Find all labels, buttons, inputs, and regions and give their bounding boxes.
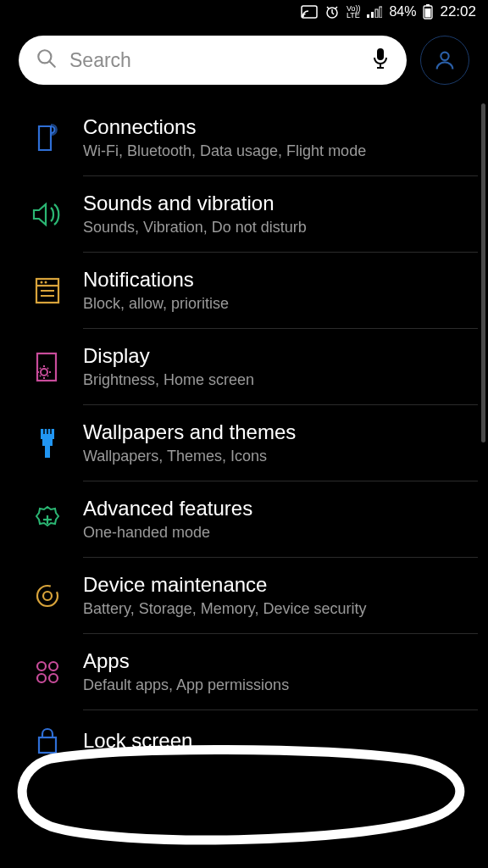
svg-point-35 <box>49 662 58 670</box>
settings-item-sounds[interactable]: Sounds and vibration Sounds, Vibration, … <box>0 176 488 252</box>
notifications-icon <box>32 275 63 306</box>
connections-icon <box>32 121 63 155</box>
settings-item-title: Sounds and vibration <box>83 192 485 215</box>
svg-rect-9 <box>426 4 430 6</box>
settings-item-display[interactable]: Display Brightness, Home screen <box>0 329 488 404</box>
profile-icon <box>433 48 457 72</box>
svg-point-23 <box>41 369 47 376</box>
svg-point-18 <box>41 281 43 283</box>
volte-indicator: Vo))LTE <box>347 5 361 19</box>
settings-item-title: Advanced features <box>83 497 485 520</box>
settings-item-subtitle: Brightness, Home screen <box>83 371 485 389</box>
svg-point-34 <box>37 662 46 670</box>
settings-item-subtitle: Wi-Fi, Bluetooth, Data usage, Flight mod… <box>83 142 485 160</box>
maintenance-icon <box>32 581 63 611</box>
settings-item-subtitle: Battery, Storage, Memory, Device securit… <box>83 600 485 618</box>
svg-rect-6 <box>380 7 382 18</box>
svg-rect-5 <box>375 9 378 18</box>
battery-percentage: 84% <box>389 4 416 19</box>
settings-item-title: Display <box>83 344 485 368</box>
svg-rect-38 <box>39 737 56 753</box>
cast-icon <box>301 5 318 19</box>
settings-item-subtitle: Block, allow, prioritise <box>83 295 485 313</box>
settings-item-title: Lock screen <box>83 729 485 753</box>
settings-item-apps[interactable]: Apps Default apps, App permissions <box>0 634 488 709</box>
svg-rect-29 <box>45 446 50 458</box>
search-field[interactable]: Search <box>19 36 407 85</box>
settings-list: Connections Wi-Fi, Bluetooth, Data usage… <box>0 100 488 760</box>
svg-point-19 <box>45 281 47 283</box>
settings-item-title: Apps <box>83 649 485 673</box>
clock: 22:02 <box>440 3 476 20</box>
svg-rect-8 <box>425 8 431 18</box>
settings-item-advanced[interactable]: Advanced features One-handed mode <box>0 481 488 557</box>
lock-icon <box>34 726 61 756</box>
settings-item-connections[interactable]: Connections Wi-Fi, Bluetooth, Data usage… <box>0 100 488 175</box>
svg-point-1 <box>302 15 304 17</box>
svg-point-37 <box>49 674 58 682</box>
settings-item-subtitle: Sounds, Vibration, Do not disturb <box>83 219 485 236</box>
svg-rect-28 <box>42 439 53 446</box>
settings-item-title: Notifications <box>83 268 485 292</box>
apps-icon <box>33 658 62 687</box>
signal-icon <box>367 6 382 18</box>
svg-point-36 <box>37 674 46 682</box>
svg-rect-12 <box>377 48 384 60</box>
speaker-icon <box>30 199 64 230</box>
settings-item-subtitle: Default apps, App permissions <box>83 676 485 694</box>
settings-item-subtitle: One-handed mode <box>83 524 485 542</box>
settings-item-title: Connections <box>83 115 485 139</box>
brush-icon <box>34 426 61 460</box>
scrollbar[interactable] <box>481 103 485 442</box>
svg-line-11 <box>49 61 55 67</box>
settings-item-device-maintenance[interactable]: Device maintenance Battery, Storage, Mem… <box>0 558 488 633</box>
search-row: Search <box>0 24 488 100</box>
mic-icon[interactable] <box>371 47 390 74</box>
settings-item-wallpapers[interactable]: Wallpapers and themes Wallpapers, Themes… <box>0 405 488 481</box>
settings-item-title: Device maintenance <box>83 573 485 597</box>
settings-item-notifications[interactable]: Notifications Block, allow, prioritise <box>0 253 488 328</box>
svg-point-32 <box>37 586 58 606</box>
settings-item-subtitle: Wallpapers, Themes, Icons <box>83 448 485 465</box>
settings-item-lock-screen[interactable]: Lock screen <box>0 710 488 760</box>
display-icon <box>32 350 63 384</box>
battery-icon <box>423 4 433 19</box>
svg-point-15 <box>441 53 448 60</box>
svg-point-33 <box>43 592 52 600</box>
gear-plus-icon <box>31 504 64 536</box>
svg-rect-3 <box>367 14 369 18</box>
alarm-icon <box>324 4 340 19</box>
svg-rect-4 <box>371 12 374 18</box>
status-bar: Vo))LTE 84% 22:02 <box>0 0 488 24</box>
search-placeholder: Search <box>69 49 371 72</box>
settings-item-title: Wallpapers and themes <box>83 420 485 444</box>
search-icon <box>36 47 58 73</box>
profile-button[interactable] <box>420 36 469 85</box>
